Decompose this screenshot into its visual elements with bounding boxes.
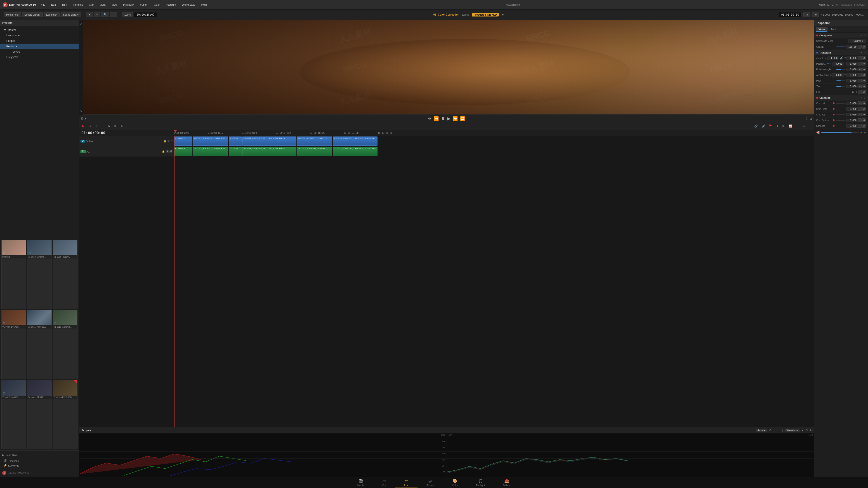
stop-btn[interactable]: ⏹ — [441, 116, 445, 121]
menu-workspace[interactable]: Workspace — [181, 3, 196, 7]
smart-bins-timelines[interactable]: 🎬 Timelines — [0, 458, 79, 463]
composite-mode-dropdown[interactable]: Normal ▼ — [848, 39, 866, 43]
opacity-slider[interactable] — [836, 46, 845, 47]
viewer-expand-icon[interactable]: ▼ — [84, 117, 87, 120]
opacity-minus[interactable]: + — [858, 45, 862, 48]
audio-clip-1[interactable]: V1-0007_B017C002_190511_R02... — [193, 147, 228, 156]
tl-trim-btn[interactable]: ⇥ — [87, 124, 92, 128]
nav-color[interactable]: 🎨 Color — [443, 477, 467, 488]
tl-slip-btn[interactable]: ↔ — [100, 124, 105, 128]
video-clip-5[interactable]: V1-0013_A040C281_190323SJ_CANON.mov — [333, 136, 377, 146]
volume-expand-icon[interactable]: ⊞ — [860, 131, 862, 134]
zoom-x-slider[interactable] — [825, 58, 827, 59]
search-btn[interactable]: 🔍 — [101, 12, 109, 17]
pos-reset[interactable]: ↺ — [862, 62, 866, 66]
flip-h-icon[interactable]: ⇔ — [852, 90, 855, 94]
cb-add[interactable]: + — [858, 119, 862, 122]
audio-m-btn[interactable]: M — [169, 150, 173, 153]
tl-position-btn[interactable]: ⊕ — [119, 124, 124, 128]
tl-snap-btn[interactable]: 🔗 — [753, 124, 759, 128]
media-pool-btn[interactable]: Media Pool — [4, 12, 21, 17]
menu-mark[interactable]: Mark — [98, 3, 106, 7]
cropping-add-icon[interactable]: + — [861, 96, 862, 99]
smart-bins-keywords[interactable]: 🔑 Keywords — [0, 463, 79, 468]
menu-help[interactable]: Help — [200, 3, 208, 7]
more-btn[interactable]: ··· — [110, 12, 117, 17]
tl-plus-btn[interactable]: + — [808, 124, 812, 128]
waveform-btn[interactable]: Waveform — [784, 429, 800, 432]
tl-audio-btn[interactable]: 📊 — [787, 124, 794, 128]
flip-reset[interactable]: ↺ — [862, 90, 866, 94]
ct-reset[interactable]: ↺ — [862, 113, 866, 116]
scope-btn[interactable]: ⊡ — [803, 12, 810, 17]
menu-edit[interactable]: Edit — [50, 3, 57, 7]
audio-s-btn[interactable]: S — [166, 150, 168, 153]
clip-3[interactable]: 🎵 V1-0007_B017C0... — [1, 310, 26, 379]
yaw-reset[interactable]: ↺ — [862, 85, 866, 88]
tl-flag-btn[interactable]: 🚩 — [768, 124, 774, 128]
clip-products-finished[interactable]: Products FINISHED — [53, 380, 78, 449]
viewer-clip-icon[interactable]: ⧉ — [81, 117, 83, 121]
clip-2[interactable]: 🎵 V1-0006_B010C... — [53, 240, 78, 309]
audio-settings-icon[interactable]: ⊟ — [864, 131, 866, 134]
mute-icon[interactable]: 🔇 — [816, 131, 820, 134]
pos-add[interactable]: + — [858, 62, 862, 66]
tree-master[interactable]: ▼ Master — [0, 27, 79, 33]
yaw-slider[interactable] — [836, 86, 845, 87]
loop-btn[interactable]: 🔁 — [460, 116, 465, 121]
sf-reset[interactable]: ↺ — [862, 124, 866, 128]
tl-slide-btn[interactable]: ⇆ — [106, 124, 112, 128]
tl-link-btn[interactable]: 🔗 — [761, 124, 767, 128]
nav-cut[interactable]: ✂ Cut — [373, 477, 395, 488]
cr-add[interactable]: + — [858, 107, 862, 111]
tl-grid-btn[interactable]: ⊞ — [781, 124, 786, 128]
transform-reset-icon[interactable]: ↺ — [864, 51, 866, 54]
tree-people[interactable]: People — [0, 38, 79, 43]
step-fwd-btn[interactable]: ⏩ — [453, 116, 458, 121]
scope-settings-icon[interactable]: ⚙ — [769, 429, 772, 432]
menu-clip[interactable]: Clip — [88, 3, 94, 7]
go-to-start-btn[interactable]: ⏮ — [428, 116, 432, 121]
video-clip-2[interactable]: V1-0010_Bl... — [229, 136, 242, 146]
zoom-add[interactable]: + — [858, 56, 862, 60]
menu-fairlight[interactable]: Fairlight — [165, 3, 177, 7]
pitch-slider[interactable] — [836, 80, 845, 81]
transform-add-icon[interactable]: + — [861, 51, 862, 54]
anchor-reset[interactable]: ↺ — [862, 73, 866, 77]
volume-slider[interactable] — [822, 132, 859, 133]
transform-section-header[interactable]: Transform + ↺ — [814, 50, 868, 55]
clip-6[interactable]: 🎵 V1-0012_A039C2... — [1, 380, 26, 449]
tree-products[interactable]: Products — [0, 43, 79, 49]
effects-library-btn[interactable]: Effects Library — [22, 12, 43, 17]
anchor-add[interactable]: + — [858, 73, 862, 77]
tree-rec709[interactable]: rec709 — [0, 49, 79, 55]
audio-clip-5[interactable]: V1-0013_A040C281_190323SJ_CANON.mov — [333, 147, 377, 156]
crop-bottom-slider[interactable] — [836, 120, 845, 121]
scope-expand-icon[interactable]: ⊞ — [809, 429, 811, 432]
clip-products-start[interactable]: Products START — [27, 380, 52, 449]
audio-clip-2[interactable]: V1-0010_Bl... — [229, 147, 242, 156]
step-back-btn[interactable]: ⏪ — [434, 116, 439, 121]
tl-keyframe-btn[interactable]: ◇ — [802, 124, 806, 128]
nav-fusion[interactable]: ◎ Fusion — [417, 477, 443, 488]
menu-trim[interactable]: Trim — [61, 3, 68, 7]
clip-nutty[interactable]: 🖼 nutty.jpg — [1, 240, 26, 309]
nav-deliver[interactable]: 📤 Deliver — [494, 477, 520, 488]
clip-4[interactable]: 🎵 V1-0011_A003C0... — [27, 310, 52, 379]
parade-btn[interactable]: Parade — [756, 429, 767, 432]
audio-clip-0[interactable]: V1-0006_B... — [174, 147, 192, 156]
menu-color[interactable]: Color — [153, 3, 161, 7]
zoom-link-icon[interactable]: 🔗 — [840, 57, 843, 60]
pitch-reset[interactable]: ↺ — [862, 79, 866, 83]
cr-reset[interactable]: ↺ — [862, 107, 866, 111]
clip-1[interactable]: 🎵 V1-0010_BlindDa... — [27, 240, 52, 309]
menu-view[interactable]: View — [111, 3, 118, 7]
video-clip-1[interactable]: V1-0007_B017C002_190511_R02... — [193, 136, 228, 146]
clip-icon-v[interactable]: ⊟ — [170, 140, 173, 142]
audio-lock-icon[interactable]: 🔒 — [162, 150, 165, 153]
edit-index-btn[interactable]: Edit Index — [43, 12, 60, 17]
inspector-tab-audio[interactable]: Audio — [828, 27, 840, 32]
metadata-btn[interactable]: Metadata — [841, 3, 852, 6]
pos-x-slider[interactable] — [827, 64, 831, 64]
tl-effects-btn[interactable]: ⋯ — [795, 124, 800, 128]
